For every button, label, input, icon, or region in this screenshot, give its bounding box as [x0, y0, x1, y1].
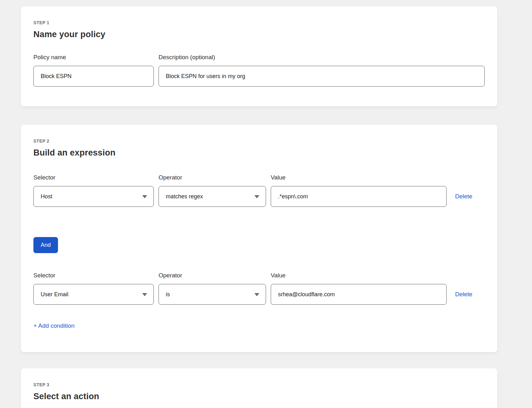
condition-value-input[interactable]	[271, 284, 447, 305]
description-input[interactable]	[159, 66, 485, 87]
value-field-group: Value	[271, 272, 447, 305]
step3-title: Select an action	[33, 392, 485, 401]
policy-name-input[interactable]	[33, 66, 154, 87]
chevron-down-icon	[254, 195, 259, 198]
selector-label: Selector	[33, 174, 154, 181]
description-label: Description (optional)	[159, 54, 485, 61]
operator-dropdown-value: is	[166, 291, 170, 298]
step2-card: STEP 2 Build an expression Selector Host…	[21, 125, 497, 352]
and-button[interactable]: And	[33, 237, 58, 253]
selector-dropdown-value: Host	[41, 193, 52, 200]
value-label: Value	[271, 272, 447, 279]
step1-label: STEP 1	[33, 20, 485, 25]
description-field-group: Description (optional)	[159, 54, 485, 87]
chevron-down-icon	[142, 195, 147, 198]
selector-field-group: Selector User Email	[33, 272, 154, 305]
chevron-down-icon	[254, 293, 259, 296]
value-field-group: Value	[271, 174, 447, 207]
operator-dropdown[interactable]: is	[159, 284, 266, 305]
step1-card: STEP 1 Name your policy Policy name Desc…	[21, 6, 497, 106]
operator-dropdown-value: matches regex	[166, 193, 203, 200]
operator-label: Operator	[159, 272, 266, 279]
step3-card: STEP 3 Select an action	[21, 368, 497, 408]
step1-fields: Policy name Description (optional)	[33, 54, 485, 87]
value-label: Value	[271, 174, 447, 181]
policy-name-field-group: Policy name	[33, 54, 154, 87]
selector-field-group: Selector Host	[33, 174, 154, 207]
policy-builder-page: STEP 1 Name your policy Policy name Desc…	[0, 0, 532, 408]
delete-condition-link[interactable]: Delete	[455, 193, 485, 200]
selector-dropdown[interactable]: User Email	[33, 284, 154, 305]
policy-name-label: Policy name	[33, 54, 154, 61]
operator-field-group: Operator is	[159, 272, 266, 305]
add-condition-link[interactable]: + Add condition	[33, 322, 74, 329]
delete-condition-link[interactable]: Delete	[455, 291, 485, 298]
condition-value-input[interactable]	[271, 186, 447, 207]
step1-title: Name your policy	[33, 30, 485, 39]
operator-field-group: Operator matches regex	[159, 174, 266, 207]
operator-dropdown[interactable]: matches regex	[159, 186, 266, 207]
operator-label: Operator	[159, 174, 266, 181]
chevron-down-icon	[142, 293, 147, 296]
step2-title: Build an expression	[33, 148, 485, 158]
selector-label: Selector	[33, 272, 154, 279]
condition-row: Selector User Email Operator is Value De…	[33, 272, 485, 305]
step2-label: STEP 2	[33, 139, 485, 144]
step3-label: STEP 3	[33, 382, 485, 387]
selector-dropdown[interactable]: Host	[33, 186, 154, 207]
selector-dropdown-value: User Email	[41, 291, 68, 298]
condition-row: Selector Host Operator matches regex Val…	[33, 174, 485, 207]
